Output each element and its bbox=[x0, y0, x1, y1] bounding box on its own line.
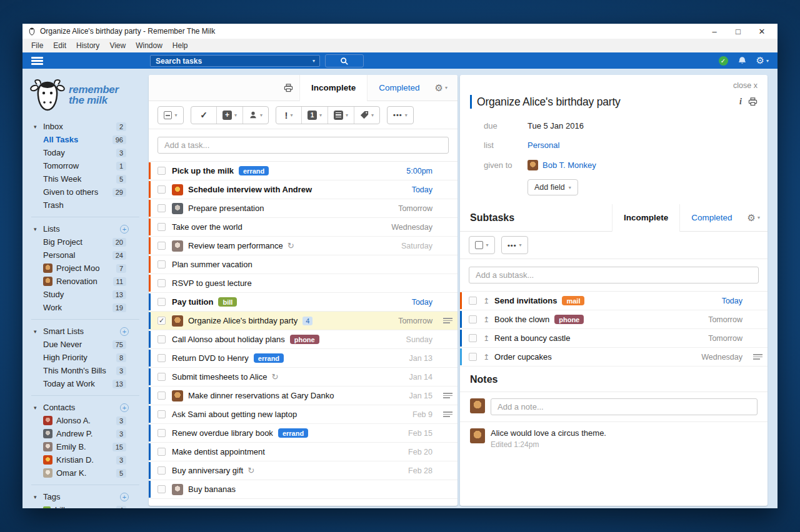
sidebar-item[interactable]: Today 3 bbox=[22, 146, 147, 159]
task-checkbox[interactable] bbox=[158, 466, 166, 475]
select-subtasks-button[interactable]: ▾ bbox=[469, 237, 494, 254]
task-checkbox[interactable] bbox=[158, 223, 166, 231]
menu-help[interactable]: Help bbox=[168, 41, 193, 50]
set-due-date-button[interactable]: 1 ▾ bbox=[301, 107, 328, 124]
task-checkbox[interactable] bbox=[158, 448, 166, 456]
settings-menu[interactable]: ⚙ ▾ bbox=[756, 55, 769, 66]
more-actions-button[interactable]: ••• ▾ bbox=[388, 107, 413, 124]
chevron-down-icon[interactable]: ▾ bbox=[312, 58, 319, 64]
app-logo[interactable]: remember the milk bbox=[30, 79, 147, 111]
task-row[interactable]: Pick up the milk errand 5:00pm bbox=[149, 162, 458, 180]
tag-pill[interactable]: errand bbox=[254, 353, 284, 363]
task-row[interactable]: Make dentist appointment Feb 20 bbox=[149, 443, 458, 461]
task-checkbox[interactable] bbox=[158, 410, 166, 418]
task-row[interactable]: Submit timesheets to Alice ↻ Jan 14 bbox=[149, 368, 458, 387]
search-button[interactable] bbox=[325, 54, 364, 67]
search-input[interactable] bbox=[151, 57, 312, 66]
sidebar-item[interactable]: Omar K. 5 bbox=[22, 466, 147, 480]
assign-contact-button[interactable]: ▾ bbox=[242, 107, 268, 124]
task-row[interactable]: Plan summer vacation bbox=[149, 255, 458, 274]
complete-task-button[interactable]: ✓ bbox=[191, 107, 216, 124]
tag-pill[interactable]: errand bbox=[278, 428, 308, 438]
sidebar-section-header[interactable]: ▾ Tags + bbox=[22, 490, 147, 503]
tab-incomplete[interactable]: Incomplete bbox=[299, 75, 368, 101]
task-row[interactable]: Schedule interview with Andrew Today bbox=[149, 180, 458, 199]
task-row[interactable]: ✓ Organize Alice's birthday party 4 Tomo… bbox=[149, 312, 458, 330]
tab-completed[interactable]: Completed bbox=[368, 75, 431, 101]
task-checkbox[interactable]: ✓ bbox=[158, 317, 166, 325]
add-note-input[interactable] bbox=[491, 398, 758, 415]
sidebar-section-header[interactable]: ▾ Lists + bbox=[22, 222, 147, 235]
sidebar-item[interactable]: Kristian D. 3 bbox=[22, 453, 147, 466]
task-checkbox[interactable] bbox=[158, 260, 166, 268]
task-checkbox[interactable] bbox=[158, 392, 166, 400]
menu-file[interactable]: File bbox=[26, 41, 48, 50]
subtasks-options-menu[interactable]: ⚙ ▾ bbox=[744, 212, 768, 224]
set-priority-button[interactable]: ! ▾ bbox=[276, 107, 301, 124]
task-checkbox[interactable] bbox=[158, 167, 166, 175]
tag-pill[interactable]: phone bbox=[554, 315, 584, 324]
sidebar-item[interactable]: bill 4 bbox=[22, 503, 147, 508]
task-checkbox[interactable] bbox=[469, 334, 477, 342]
field-value[interactable]: Tue 5 Jan 2016 bbox=[528, 121, 584, 131]
sidebar-section-header[interactable]: ▾ Smart Lists + bbox=[22, 325, 147, 338]
sidebar-item[interactable]: Andrew P. 3 bbox=[22, 427, 147, 440]
task-checkbox[interactable] bbox=[158, 185, 166, 194]
sidebar-item[interactable]: Emily B. 15 bbox=[22, 440, 147, 453]
task-row[interactable]: Buy anniversary gift ↻ Feb 28 bbox=[149, 461, 458, 480]
sidebar-section-header[interactable]: ▾ Contacts + bbox=[22, 401, 147, 414]
task-row[interactable]: ↥ Send invitations mail Today bbox=[460, 292, 768, 310]
task-row[interactable]: Take over the world Wednesday bbox=[149, 218, 458, 237]
sidebar-item[interactable]: High Priority 8 bbox=[22, 351, 147, 364]
sidebar-item[interactable]: Tomorrow 1 bbox=[22, 159, 147, 172]
add-button[interactable]: + bbox=[120, 327, 129, 336]
task-checkbox[interactable] bbox=[158, 279, 166, 287]
printer-icon[interactable] bbox=[748, 97, 758, 106]
close-button[interactable]: ✕ bbox=[750, 24, 774, 38]
tag-pill[interactable]: errand bbox=[239, 166, 269, 175]
task-checkbox[interactable] bbox=[158, 204, 166, 212]
sidebar-item[interactable]: Given to others 29 bbox=[22, 185, 147, 199]
list-options-menu[interactable]: ⚙ ▾ bbox=[431, 82, 451, 94]
task-checkbox[interactable] bbox=[469, 297, 477, 305]
task-row[interactable]: Pay tuition bill Today bbox=[149, 293, 458, 312]
task-row[interactable]: Return DVD to Henry errand Jan 13 bbox=[149, 349, 458, 368]
add-tag-button[interactable]: ▾ bbox=[354, 107, 379, 124]
sidebar-item[interactable]: Trash bbox=[22, 199, 147, 212]
maximize-button[interactable]: □ bbox=[726, 24, 750, 38]
add-subtask-input[interactable] bbox=[469, 267, 759, 283]
task-checkbox[interactable] bbox=[158, 335, 166, 343]
postpone-task-button[interactable]: + ▾ bbox=[216, 107, 242, 124]
task-checkbox[interactable] bbox=[158, 354, 166, 362]
hamburger-menu-icon[interactable] bbox=[31, 57, 43, 65]
sidebar-item[interactable]: Big Project 20 bbox=[22, 235, 147, 249]
move-to-list-button[interactable]: ▾ bbox=[328, 107, 354, 124]
notifications-bell-icon[interactable] bbox=[738, 56, 747, 66]
collapse-arrow-icon[interactable]: ▾ bbox=[34, 405, 43, 411]
task-row[interactable]: ↥ Order cupcakes Wednesday bbox=[460, 348, 768, 367]
subtask-more-actions-button[interactable]: ••• ▾ bbox=[502, 237, 528, 254]
subtasks-tab-completed[interactable]: Completed bbox=[680, 204, 743, 232]
menu-edit[interactable]: Edit bbox=[48, 41, 71, 50]
tag-pill[interactable]: mail bbox=[562, 296, 584, 305]
sync-status-icon[interactable]: ✓ bbox=[719, 56, 728, 66]
sidebar-item[interactable]: Study 13 bbox=[22, 288, 147, 301]
task-row[interactable]: Make dinner reservations at Gary Danko J… bbox=[149, 387, 458, 405]
collapse-arrow-icon[interactable]: ▾ bbox=[34, 226, 43, 232]
add-button[interactable]: + bbox=[120, 225, 129, 234]
task-row[interactable]: Buy bananas bbox=[149, 480, 458, 499]
task-checkbox[interactable] bbox=[158, 485, 166, 493]
sidebar-item[interactable]: Project Moo 7 bbox=[22, 262, 147, 275]
field-value-contact[interactable]: Bob T. Monkey bbox=[542, 160, 596, 170]
subtasks-tab-incomplete[interactable]: Incomplete bbox=[612, 204, 680, 232]
sidebar-item[interactable]: Due Never 75 bbox=[22, 338, 147, 351]
task-row[interactable]: ↥ Rent a bouncy castle Tomorrow bbox=[460, 329, 768, 348]
task-checkbox[interactable] bbox=[469, 353, 477, 361]
task-checkbox[interactable] bbox=[158, 298, 166, 306]
menu-window[interactable]: Window bbox=[131, 41, 168, 50]
sidebar-item[interactable]: Today at Work 13 bbox=[22, 377, 147, 390]
minimize-button[interactable]: – bbox=[702, 24, 726, 38]
collapse-arrow-icon[interactable]: ▾ bbox=[34, 328, 43, 335]
sidebar-item[interactable]: Personal 24 bbox=[22, 249, 147, 262]
task-row[interactable]: Ask Sami about getting new laptop Feb 9 bbox=[149, 405, 458, 424]
